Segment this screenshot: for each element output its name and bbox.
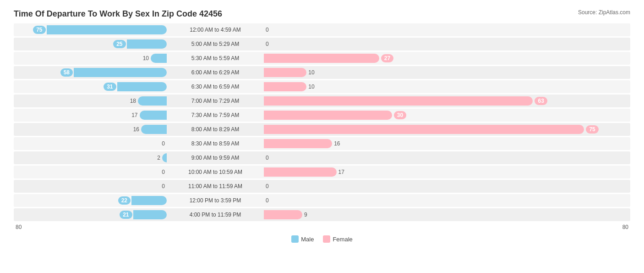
female-section: 75	[261, 125, 630, 134]
male-bar	[131, 196, 167, 205]
male-bar	[138, 96, 167, 106]
male-value: 0	[160, 183, 167, 189]
bar-row: 25 5:00 AM to 5:29 AM 0	[14, 38, 630, 50]
bar-row: 22 12:00 PM to 3:59 PM 0	[14, 194, 630, 207]
legend-female-box	[323, 235, 330, 243]
male-section: 10	[14, 54, 169, 63]
legend-male-box	[291, 235, 299, 243]
male-section: 22	[14, 196, 169, 205]
legend-male: Male	[291, 235, 314, 243]
male-value: 21	[120, 211, 132, 219]
male-section: 31	[14, 82, 169, 91]
bar-row: 0 10:00 AM to 10:59 AM 17	[14, 166, 630, 178]
male-section: 75	[14, 25, 169, 34]
female-value: 0	[264, 183, 271, 189]
bar-row: 31 6:30 AM to 6:59 AM 10	[14, 80, 630, 93]
male-value: 75	[33, 26, 45, 34]
time-label: 5:00 AM to 5:29 AM	[169, 41, 261, 47]
legend-female: Female	[323, 235, 352, 243]
chart-area: 75 12:00 AM to 4:59 AM 0 25 5:00 AM to 5…	[14, 23, 630, 221]
female-bar	[264, 82, 306, 91]
time-label: 5:30 AM to 5:59 AM	[169, 55, 261, 61]
bar-row: 16 8:00 AM to 8:29 AM 75	[14, 123, 630, 136]
female-value: 75	[586, 125, 598, 134]
male-section: 58	[14, 68, 169, 77]
time-label: 8:30 AM to 8:59 AM	[169, 140, 261, 147]
male-bar	[151, 54, 167, 63]
legend-female-label: Female	[333, 236, 352, 243]
male-section: 18	[14, 96, 169, 106]
male-value: 0	[160, 169, 167, 175]
female-value: 9	[304, 212, 307, 218]
female-value: 10	[308, 69, 314, 76]
female-section: 30	[261, 111, 630, 120]
female-value: 30	[394, 111, 406, 119]
female-bar	[264, 96, 533, 106]
legend-male-label: Male	[301, 236, 314, 243]
male-value: 22	[118, 196, 131, 205]
time-label: 10:00 AM to 10:59 AM	[169, 169, 261, 175]
female-section: 0	[261, 41, 630, 47]
female-section: 0	[261, 27, 630, 33]
female-section: 10	[261, 82, 630, 91]
female-bar	[264, 54, 379, 63]
male-bar	[47, 25, 167, 34]
male-section: 0	[14, 169, 169, 175]
bar-row: 21 4:00 PM to 11:59 PM 9	[14, 208, 630, 221]
male-section: 16	[14, 125, 169, 134]
time-label: 8:00 AM to 8:29 AM	[169, 126, 261, 133]
male-value: 25	[113, 40, 126, 48]
female-value: 17	[338, 169, 344, 175]
bar-row: 17 7:30 AM to 7:59 AM 30	[14, 109, 630, 122]
male-bar	[162, 153, 167, 162]
time-label: 4:00 PM to 11:59 PM	[169, 212, 261, 218]
male-value: 17	[131, 112, 137, 118]
male-bar	[141, 125, 167, 134]
time-label: 7:30 AM to 7:59 AM	[169, 112, 261, 118]
male-value: 0	[160, 140, 167, 147]
bar-row: 2 9:00 AM to 9:59 AM 0	[14, 151, 630, 164]
female-value: 0	[264, 41, 271, 47]
male-section: 25	[14, 39, 169, 49]
female-value: 0	[264, 27, 271, 33]
female-section: 0	[261, 197, 630, 204]
female-section: 27	[261, 54, 630, 63]
bar-row: 75 12:00 AM to 4:59 AM 0	[14, 23, 630, 36]
bar-row: 0 11:00 AM to 11:59 AM 0	[14, 180, 630, 193]
female-bar	[264, 167, 337, 177]
female-bar	[264, 68, 306, 77]
time-label: 9:00 AM to 9:59 AM	[169, 155, 261, 161]
male-section: 0	[14, 140, 169, 147]
female-section: 16	[261, 139, 630, 148]
female-value: 0	[264, 197, 271, 204]
female-bar	[264, 111, 392, 120]
bar-row: 10 5:30 AM to 5:59 AM 27	[14, 52, 630, 65]
axis-right-label: 80	[261, 224, 630, 230]
legend: Male Female	[14, 235, 630, 243]
male-bar	[133, 210, 167, 219]
male-bar	[140, 111, 167, 120]
female-value: 63	[535, 97, 547, 105]
axis-row: 80 80	[14, 223, 630, 232]
male-value: 10	[143, 55, 149, 61]
male-value: 16	[133, 126, 139, 133]
female-section: 10	[261, 68, 630, 77]
female-bar	[264, 210, 302, 219]
female-section: 9	[261, 210, 630, 219]
female-section: 63	[261, 96, 630, 106]
male-value: 31	[104, 83, 116, 91]
time-label: 12:00 PM to 3:59 PM	[169, 197, 261, 204]
male-value: 18	[130, 98, 136, 104]
female-value: 0	[264, 155, 271, 161]
female-bar	[264, 125, 584, 134]
female-value: 16	[334, 140, 340, 147]
male-bar	[127, 39, 167, 49]
female-bar	[264, 139, 332, 148]
male-section: 17	[14, 111, 169, 120]
bar-row: 0 8:30 AM to 8:59 AM 16	[14, 137, 630, 150]
chart-container: Time Of Departure To Work By Sex In Zip …	[14, 9, 630, 243]
female-section: 0	[261, 183, 630, 189]
male-value: 58	[60, 68, 73, 77]
male-section: 21	[14, 210, 169, 219]
axis-left-label: 80	[14, 224, 169, 230]
